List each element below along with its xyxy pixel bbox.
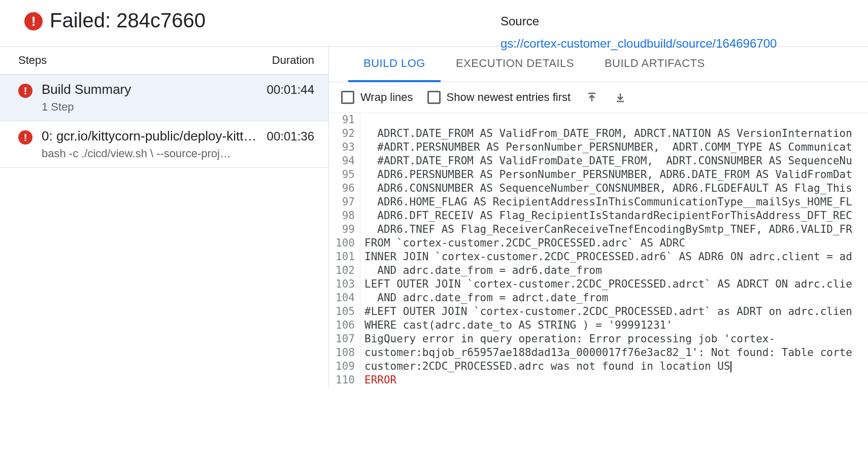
steps-panel: Steps Duration ! Build Summary 1 Step 00…	[0, 47, 329, 387]
checkbox-icon	[427, 91, 441, 104]
scroll-top-icon[interactable]	[585, 90, 599, 104]
log-line-text: FROM `cortex-customer.2CDC_PROCESSED.adr…	[364, 236, 685, 250]
log-line-text: ADR6.TNEF AS Flag_ReceiverCanReceiveTnef…	[364, 223, 852, 236]
checkbox-icon	[341, 91, 354, 104]
log-line-text: customer:bqjob_r65957ae188dad13a_0000017…	[364, 346, 852, 360]
log-line-text: AND adrc.date_from = adrct.date_from	[364, 291, 608, 305]
log-line-number: 108	[329, 346, 360, 360]
log-line-text: LEFT OUTER JOIN `cortex-customer.2CDC_PR…	[364, 277, 852, 291]
error-icon: !	[18, 84, 32, 98]
log-line-text: ADR6.DFT_RECEIV AS Flag_RecipientIsStand…	[364, 209, 852, 223]
show-newest-label: Show newest entries first	[447, 91, 571, 104]
steps-header: Steps Duration	[0, 47, 328, 75]
log-line: 103LEFT OUTER JOIN `cortex-customer.2CDC…	[329, 277, 868, 291]
log-line-number: 95	[329, 168, 360, 182]
log-line: 99 ADR6.TNEF AS Flag_ReceiverCanReceiveT…	[329, 223, 868, 236]
log-toolbar: Wrap lines Show newest entries first	[329, 82, 868, 113]
source-link[interactable]: gs://cortex-customer_cloudbuild/source/1…	[500, 37, 777, 50]
error-icon: !	[18, 130, 32, 145]
log-line-number: 110	[329, 373, 360, 387]
build-summary-row[interactable]: ! Build Summary 1 Step 00:01:44	[0, 75, 328, 121]
log-line: 101INNER JOIN `cortex-customer.2CDC_PROC…	[329, 250, 868, 264]
summary-duration: 00:01:44	[267, 83, 314, 97]
log-line: 105#LEFT OUTER JOIN `cortex-customer.2CD…	[329, 305, 868, 319]
source-label: Source	[500, 14, 777, 28]
log-line-number: 98	[329, 209, 360, 223]
log-line: 102 AND adrc.date_from = adr6.date_from	[329, 264, 868, 277]
log-line-number: 91	[329, 113, 360, 127]
download-icon[interactable]	[613, 90, 627, 104]
log-line-text: ADRCT.DATE_FROM AS ValidFrom_DATE_FROM, …	[364, 127, 852, 140]
log-line: 98 ADR6.DFT_RECEIV AS Flag_RecipientIsSt…	[329, 209, 868, 223]
tabs: BUILD LOG EXECUTION DETAILS BUILD ARTIFA…	[329, 47, 868, 82]
log-line: 110ERROR	[329, 373, 868, 387]
log-line-number: 93	[329, 140, 360, 154]
source-section: Source gs://cortex-customer_cloudbuild/s…	[500, 14, 777, 51]
log-line-number: 94	[329, 154, 360, 168]
log-output[interactable]: 9192 ADRCT.DATE_FROM AS ValidFrom_DATE_F…	[329, 113, 868, 387]
log-line-number: 92	[329, 127, 360, 140]
log-line-text: WHERE cast(adrc.date_to AS STRING ) = '9…	[364, 319, 673, 332]
log-line-text: ADR6.CONSNUMBER AS SequenceNumber_CONSNU…	[364, 182, 852, 195]
log-line-number: 100	[329, 236, 360, 250]
log-line: 95 ADR6.PERSNUMBER AS PersonNumber_PERSN…	[329, 168, 868, 182]
log-line-text: ERROR	[364, 373, 396, 387]
step-row[interactable]: ! 0: gcr.io/kittycorn-public/deploy-kitt…	[0, 121, 328, 168]
tab-build-log[interactable]: BUILD LOG	[348, 47, 441, 82]
wrap-lines-checkbox[interactable]: Wrap lines	[341, 91, 413, 104]
log-line-text: AND adrc.date_from = adr6.date_from	[364, 264, 602, 277]
log-line-text: BigQuery error in query operation: Error…	[364, 332, 775, 346]
log-line-number: 104	[329, 291, 360, 305]
log-line: 107BigQuery error in query operation: Er…	[329, 332, 868, 346]
log-line: 94 #ADRT.DATE_FROM AS ValidFromDate_DATE…	[329, 154, 868, 168]
step-duration: 00:01:36	[267, 129, 314, 144]
log-line-text: INNER JOIN `cortex-customer.2CDC_PROCESS…	[364, 250, 852, 264]
show-newest-checkbox[interactable]: Show newest entries first	[427, 91, 571, 104]
wrap-lines-label: Wrap lines	[360, 91, 413, 104]
log-line-number: 107	[329, 332, 360, 346]
summary-title: Build Summary	[42, 82, 261, 97]
log-line-number: 96	[329, 182, 360, 195]
log-line-number: 97	[329, 195, 360, 209]
log-line: 96 ADR6.CONSNUMBER AS SequenceNumber_CON…	[329, 182, 868, 195]
log-line: 91	[329, 113, 868, 127]
log-line-number: 105	[329, 305, 360, 319]
log-line-text: ADR6.HOME_FLAG AS RecipientAddressInThis…	[364, 195, 852, 209]
step-subtitle: bash -c ./cicd/view.sh \ --source-proj…	[42, 147, 261, 160]
step-title: 0: gcr.io/kittycorn-public/deploy-kitty…	[42, 128, 261, 144]
log-line: 92 ADRCT.DATE_FROM AS ValidFrom_DATE_FRO…	[329, 127, 868, 140]
steps-column-header: Steps	[18, 54, 272, 67]
duration-column-header: Duration	[272, 54, 314, 67]
log-line-text: #ADRT.PERSNUMBER AS PersonNumber_PERSNUM…	[364, 140, 852, 154]
log-line: 100FROM `cortex-customer.2CDC_PROCESSED.…	[329, 236, 868, 250]
log-panel: BUILD LOG EXECUTION DETAILS BUILD ARTIFA…	[329, 47, 868, 387]
tab-execution-details[interactable]: EXECUTION DETAILS	[441, 47, 589, 82]
log-line-number: 101	[329, 250, 360, 264]
log-line-number: 102	[329, 264, 360, 277]
summary-subtitle: 1 Step	[42, 100, 261, 114]
log-line-number: 109	[329, 360, 360, 373]
log-line-text: ADR6.PERSNUMBER AS PersonNumber_PERSNUMB…	[364, 168, 852, 182]
log-line-number: 99	[329, 223, 360, 236]
log-line: 93 #ADRT.PERSNUMBER AS PersonNumber_PERS…	[329, 140, 868, 154]
log-line-text: #ADRT.DATE_FROM AS ValidFromDate_DATE_FR…	[364, 154, 852, 168]
log-line: 106WHERE cast(adrc.date_to AS STRING ) =…	[329, 319, 868, 332]
tab-build-artifacts[interactable]: BUILD ARTIFACTS	[589, 47, 720, 82]
log-line-text: customer:2CDC_PROCESSED.adrc was not fou…	[364, 360, 731, 373]
log-line: 109customer:2CDC_PROCESSED.adrc was not …	[329, 360, 868, 373]
log-line: 104 AND adrc.date_from = adrct.date_from	[329, 291, 868, 305]
page-title: Failed: 284c7660	[50, 9, 206, 32]
log-line-number: 106	[329, 319, 360, 332]
log-line: 108customer:bqjob_r65957ae188dad13a_0000…	[329, 346, 868, 360]
error-icon: !	[24, 12, 43, 30]
log-line-text: #LEFT OUTER JOIN `cortex-customer.2CDC_P…	[364, 305, 852, 319]
log-line-number: 103	[329, 277, 360, 291]
log-line: 97 ADR6.HOME_FLAG AS RecipientAddressInT…	[329, 195, 868, 209]
